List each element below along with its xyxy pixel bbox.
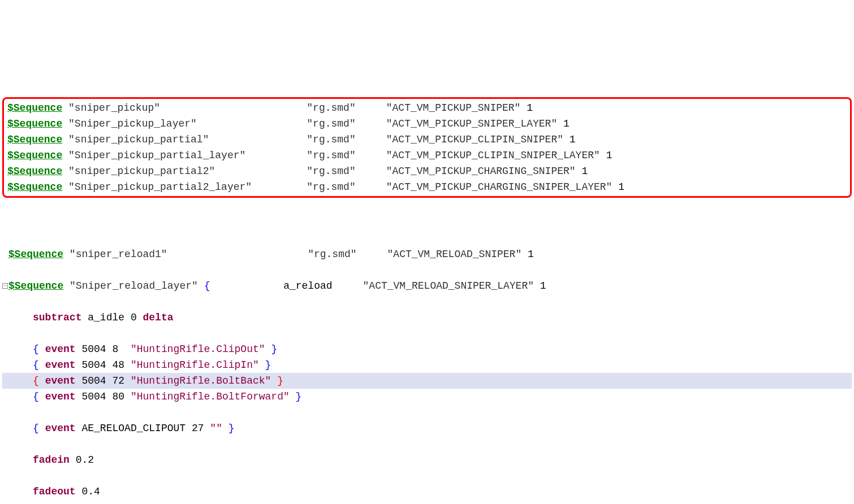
fadeout-keyword: fadeout bbox=[33, 486, 76, 497]
weight: 1 bbox=[606, 150, 613, 161]
code-line[interactable]: fadeout 0.4 bbox=[2, 484, 852, 499]
open-brace: { bbox=[204, 280, 210, 292]
file-ref: "rg.smd" bbox=[307, 181, 355, 193]
weight: 1 bbox=[618, 181, 624, 193]
event-keyword: event bbox=[45, 359, 76, 371]
event-keyword: event bbox=[45, 344, 76, 355]
event-string: "HuntingRifle.BoltForward" bbox=[131, 391, 290, 402]
code-line[interactable]: −$Sequence "Sniper_reload_layer" { a_rel… bbox=[2, 278, 852, 294]
file-ref: "rg.smd" bbox=[308, 249, 356, 260]
code-line[interactable]: { event 5004 72 "HuntingRifle.BoltBack" … bbox=[2, 373, 852, 389]
annotation-group-1: $Sequence "sniper_pickup" "rg.smd" "ACT_… bbox=[2, 97, 852, 198]
sequence-name: "sniper_pickup_partial2" bbox=[68, 166, 215, 177]
sequence-keyword: $Sequence bbox=[7, 102, 62, 114]
weight: 1 bbox=[570, 134, 576, 145]
sequence-keyword: $Sequence bbox=[7, 134, 62, 145]
code-line[interactable]: $Sequence "sniper_pickup_partial" "rg.sm… bbox=[7, 132, 847, 147]
code-line[interactable]: $Sequence "Sniper_pickup_partial_layer" … bbox=[7, 147, 847, 163]
activity-name: "ACT_VM_PICKUP_CHARGING_SNIPER" bbox=[386, 166, 576, 177]
fold-minus-icon[interactable]: − bbox=[2, 283, 8, 289]
code-line[interactable]: $Sequence "Sniper_pickup_layer" "rg.smd"… bbox=[7, 116, 847, 132]
file-ref: "rg.smd" bbox=[307, 118, 355, 129]
file-ref: "rg.smd" bbox=[307, 166, 355, 177]
blank-line bbox=[2, 215, 852, 231]
activity-name: "ACT_VM_PICKUP_CHARGING_SNIPER_LAYER" bbox=[386, 181, 613, 193]
code-editor[interactable]: $Sequence "sniper_pickup" "rg.smd" "ACT_… bbox=[0, 63, 854, 504]
file-ref: "rg.smd" bbox=[307, 134, 355, 145]
anim-ref: a_reload bbox=[283, 280, 332, 292]
fadein-keyword: fadein bbox=[33, 454, 70, 466]
sequence-keyword: $Sequence bbox=[8, 249, 63, 260]
delta-keyword: delta bbox=[143, 312, 174, 323]
sequence-keyword: $Sequence bbox=[8, 280, 63, 292]
event-string: "HuntingRifle.ClipOut" bbox=[131, 344, 265, 355]
code-line[interactable]: subtract a_idle 0 delta bbox=[2, 310, 852, 325]
event-keyword: event bbox=[45, 423, 76, 434]
activity-name: "ACT_VM_PICKUP_CLIPIN_SNIPER" bbox=[386, 134, 563, 145]
activity-name: "ACT_VM_RELOAD_SNIPER_LAYER" bbox=[363, 280, 534, 292]
sequence-name: "sniper_pickup_partial" bbox=[68, 134, 209, 145]
activity-name: "ACT_VM_PICKUP_CLIPIN_SNIPER_LAYER" bbox=[386, 150, 600, 161]
event-string: "HuntingRifle.BoltBack" bbox=[131, 375, 271, 386]
sequence-name: "Sniper_pickup_layer" bbox=[68, 118, 197, 129]
code-line[interactable]: { event 5004 80 "HuntingRifle.BoltForwar… bbox=[2, 389, 852, 405]
sequence-keyword: $Sequence bbox=[7, 166, 62, 177]
subtract-keyword: subtract bbox=[33, 312, 81, 323]
file-ref: "rg.smd" bbox=[307, 102, 355, 114]
activity-name: "ACT_VM_RELOAD_SNIPER" bbox=[387, 249, 522, 260]
weight: 1 bbox=[581, 166, 588, 177]
file-ref: "rg.smd" bbox=[307, 150, 355, 161]
code-line[interactable]: $Sequence "Sniper_pickup_partial2_layer"… bbox=[7, 179, 847, 195]
sequence-keyword: $Sequence bbox=[7, 150, 62, 161]
weight: 1 bbox=[540, 280, 546, 292]
sequence-name: "Sniper_pickup_partial2_layer" bbox=[68, 181, 252, 193]
event-keyword: event bbox=[45, 375, 76, 386]
weight: 1 bbox=[528, 249, 534, 260]
sequence-name: "Sniper_reload_layer" bbox=[70, 280, 198, 292]
sequence-name: "sniper_pickup" bbox=[68, 102, 160, 114]
code-line[interactable]: $Sequence "sniper_pickup_partial2" "rg.s… bbox=[7, 163, 847, 179]
code-line[interactable]: $Sequence "sniper_pickup" "rg.smd" "ACT_… bbox=[7, 100, 847, 116]
code-line[interactable]: { event 5004 8 "HuntingRifle.ClipOut" } bbox=[2, 341, 852, 357]
sequence-name: "Sniper_pickup_partial_layer" bbox=[68, 150, 245, 161]
activity-name: "ACT_VM_PICKUP_SNIPER" bbox=[386, 102, 521, 114]
activity-name: "ACT_VM_PICKUP_SNIPER_LAYER" bbox=[386, 118, 557, 129]
code-line[interactable]: { event 5004 48 "HuntingRifle.ClipIn" } bbox=[2, 357, 852, 373]
code-line[interactable]: $Sequence "sniper_reload1" "rg.smd" "ACT… bbox=[2, 246, 852, 262]
event-keyword: event bbox=[45, 391, 76, 402]
sequence-keyword: $Sequence bbox=[7, 118, 62, 129]
weight: 1 bbox=[527, 102, 533, 114]
code-line[interactable]: fadein 0.2 bbox=[2, 452, 852, 468]
sequence-keyword: $Sequence bbox=[7, 181, 62, 193]
sequence-name: "sniper_reload1" bbox=[70, 249, 167, 260]
weight: 1 bbox=[563, 118, 570, 129]
event-string: "HuntingRifle.ClipIn" bbox=[131, 359, 259, 371]
code-line[interactable]: { event AE_RELOAD_CLIPOUT 27 "" } bbox=[2, 420, 852, 436]
